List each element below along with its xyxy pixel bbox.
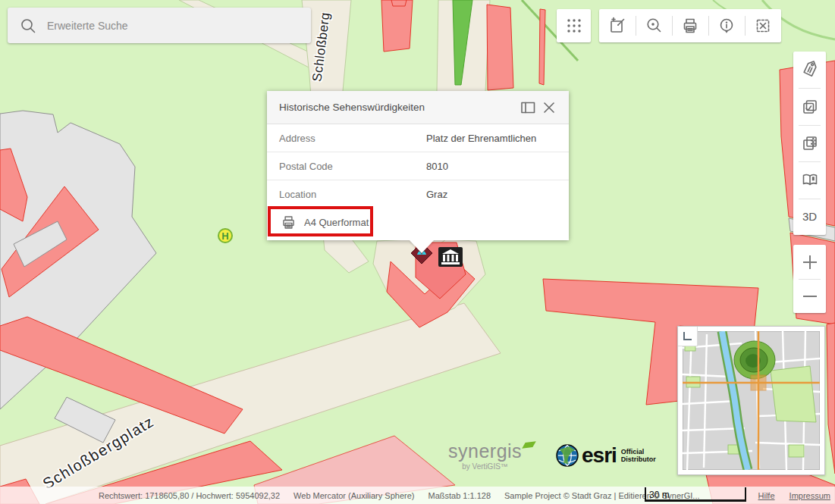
hilfe-link[interactable]: Hilfe <box>758 491 775 500</box>
3d-label: 3D <box>802 210 817 223</box>
zoom-out-button[interactable] <box>793 279 826 313</box>
apps-menu-button[interactable] <box>557 9 591 42</box>
field-value: 8010 <box>426 161 448 172</box>
minus-icon <box>802 288 818 305</box>
overview-collapse-button[interactable] <box>678 327 698 346</box>
popup-header: Historische Sehenswürdigkeiten <box>267 91 569 124</box>
esri-wordmark: esri <box>582 443 617 468</box>
status-links: Hilfe Impressum <box>746 491 830 500</box>
select-features-button[interactable] <box>793 88 826 124</box>
side-toolbar: 3D <box>793 52 826 235</box>
close-popup-button[interactable] <box>538 97 560 118</box>
search-input[interactable] <box>47 20 297 32</box>
search-icon <box>20 17 36 34</box>
museum-marker[interactable] <box>438 247 463 267</box>
synergis-wordmark: synergis <box>448 440 522 462</box>
clear-selection-button[interactable] <box>745 9 781 42</box>
print-button[interactable] <box>672 9 708 42</box>
dock-icon <box>521 102 535 114</box>
transparency-button[interactable] <box>793 125 826 161</box>
collapse-corner-icon <box>683 332 692 340</box>
popup-row-postal-code: Postal Code 8010 <box>267 152 569 180</box>
field-value: Platz der Ehrenamtlichen <box>426 133 536 144</box>
3d-mode-button[interactable]: 3D <box>793 199 826 235</box>
field-label: Postal Code <box>279 161 426 172</box>
info-icon <box>717 17 736 35</box>
search-bar[interactable] <box>8 8 311 43</box>
bus-stop-label: H <box>221 230 228 242</box>
legend-button[interactable] <box>793 161 826 198</box>
popup-row-address: Address Platz der Ehrenamtlichen <box>267 124 569 152</box>
synergis-logo: synergis by VertiGIS™ <box>448 440 522 471</box>
info-button[interactable] <box>708 9 745 42</box>
plus-icon <box>802 254 818 271</box>
impressum-link[interactable]: Impressum <box>789 491 830 500</box>
esri-subtext-official: Official <box>621 448 656 455</box>
overview-map-image <box>683 331 820 470</box>
edit-icon <box>608 17 626 35</box>
zoom-controls <box>793 245 826 313</box>
esri-globe-icon <box>556 444 579 467</box>
map-scale-label: Maßstab 1:1.128 <box>428 491 491 500</box>
coordinates-readout: Rechtswert: 1718605,80 / Hochwert: 59540… <box>99 491 280 500</box>
esri-logo: esri Official Distributor <box>556 443 656 468</box>
field-value: Graz <box>426 189 447 200</box>
apps-grid-icon <box>565 17 583 35</box>
zoom-in-button[interactable] <box>793 245 826 279</box>
printer-icon <box>681 17 699 35</box>
popup-pointer <box>410 240 434 253</box>
highlight-annotation-box <box>268 206 373 236</box>
field-label: Location <box>279 189 426 200</box>
main-toolbar <box>599 9 781 42</box>
zoom-search-button[interactable] <box>636 9 672 42</box>
overview-hill <box>734 341 775 379</box>
tag-labels-button[interactable] <box>793 52 826 88</box>
esri-subtext-distributor: Distributor <box>621 455 656 463</box>
dock-panel-button[interactable] <box>517 97 538 118</box>
edit-button[interactable] <box>599 9 636 42</box>
legend-book-icon <box>801 171 819 189</box>
clear-selection-icon <box>754 17 772 35</box>
scale-bar-label: 30 m <box>646 490 670 500</box>
field-label: Address <box>279 133 426 144</box>
map-viewer: Schloßberg Schloßbergplatz H <box>0 0 835 504</box>
synergis-byline: by VertiGIS™ <box>448 462 522 471</box>
zoom-search-icon <box>645 17 663 35</box>
overview-map[interactable] <box>677 326 825 475</box>
select-features-icon <box>801 98 819 116</box>
feature-popup: Historische Sehenswürdigkeiten Address P… <box>267 91 569 240</box>
close-icon <box>543 102 555 114</box>
bus-stop-marker: H <box>218 228 233 243</box>
popup-row-location: Location Graz <box>267 180 569 208</box>
popup-title: Historische Sehenswürdigkeiten <box>279 102 517 113</box>
tag-icon <box>801 61 819 79</box>
scale-bar: 30 m <box>645 487 746 502</box>
popup-actions: A4 Querformat <box>267 208 569 240</box>
transparency-icon <box>801 134 819 152</box>
projection-label: Web Mercator (Auxiliary Sphere) <box>294 491 414 500</box>
